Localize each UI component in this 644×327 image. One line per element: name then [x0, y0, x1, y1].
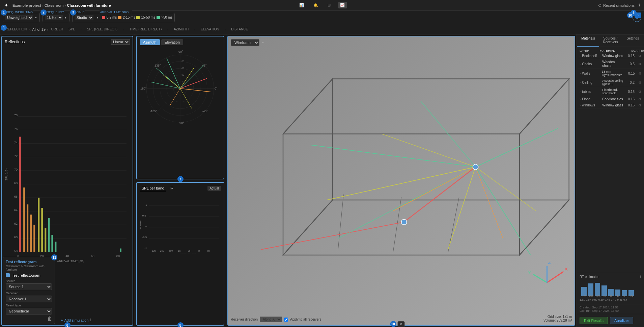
svg-text:ARRIVAL TIME [ms]: ARRIVAL TIME [ms]: [57, 259, 84, 263]
ir-tab[interactable]: IR: [168, 185, 175, 191]
badge-3: 3: [70, 9, 76, 16]
mat-layer-tables: tables: [582, 90, 602, 94]
mat-material-floor: Corkfloor tiles: [602, 97, 624, 101]
azimuth-tab[interactable]: Azimuth: [140, 39, 160, 45]
svg-text:8k: 8k: [623, 295, 625, 297]
svg-text:0.5: 0.5: [142, 214, 146, 217]
mat-row-tables[interactable]: › tables Fiberboard, solid back... 0.15 …: [578, 87, 643, 96]
scale-select[interactable]: Studio: [75, 15, 93, 20]
time-50-plus-dot: [157, 16, 160, 19]
badge-10-bottom: 10: [390, 321, 396, 327]
mat-scatter-windows: ⚙: [635, 103, 641, 107]
info-icon[interactable]: ℹ: [640, 275, 641, 279]
badge-4: 4: [1, 25, 7, 31]
badge-8: 8: [177, 322, 184, 327]
polar-panel: Azimuth Elevation 90° 45° 0°: [136, 36, 224, 179]
mat-layer-walls: Walls: [582, 72, 601, 75]
sim-panel-subtitle: Classroom > Classroom with furniture: [6, 265, 52, 271]
mat-material-walls: 13 mm Gypsum/Plaste...: [602, 70, 625, 77]
svg-line-102: [311, 145, 476, 167]
delete-simulation-button[interactable]: 🗑: [47, 316, 52, 321]
mat-scatter-chairs: ⚙: [635, 62, 641, 66]
apply-all-receivers-check[interactable]: [284, 318, 288, 322]
nav-prev-button[interactable]: ‹: [29, 27, 31, 32]
distance-col-header: DISTANCE: [228, 27, 251, 31]
rt-values-row: 1.510.870.800.590.450.420.410.4: [580, 298, 641, 301]
svg-line-116: [533, 274, 547, 282]
time-50-plus-label: >50 ms: [161, 16, 172, 19]
center-panels: Azimuth Elevation 90° 45° 0°: [135, 34, 226, 327]
freq-weighting-select[interactable]: Unweighted: [5, 15, 33, 20]
svg-rect-38: [48, 218, 50, 252]
add-simulation-button[interactable]: + Add simulation ℹ: [61, 318, 91, 322]
badge-7: 7: [177, 176, 184, 182]
spl-chart: -1 -0.5 0 0.5 1 SPL [dB] 125 250 500 1k …: [140, 193, 221, 253]
spl-per-band-tab[interactable]: SPL per band: [140, 185, 166, 191]
sources-receivers-tab[interactable]: Sources / Receivers: [599, 34, 621, 47]
svg-text:1k: 1k: [178, 250, 181, 252]
svg-text:70: 70: [14, 168, 18, 171]
spl-actual-btn[interactable]: Actual: [207, 186, 221, 191]
svg-point-114: [473, 164, 478, 170]
svg-rect-122: [588, 283, 593, 296]
right-panel: Materials Sources / Receivers Settings L…: [577, 34, 644, 327]
mat-row-chairs[interactable]: › Chairs Wooden chairs 0.5 ⚙: [578, 59, 643, 69]
recent-simulations-btn[interactable]: ⏱ Recent simulations: [598, 3, 635, 7]
receiver-select[interactable]: Receiver 1: [6, 296, 52, 302]
badge-6: 6: [64, 322, 71, 327]
auralizer-button[interactable]: Auralizer: [610, 317, 633, 324]
collapse-button[interactable]: ∨: [397, 321, 404, 327]
result-type-select[interactable]: Geometrical: [6, 308, 52, 315]
mat-row-floor[interactable]: › Floor Corkfloor tiles 0.15 ⚙: [578, 96, 643, 102]
order-col-header: ORDER: [48, 27, 66, 31]
info-icon[interactable]: ℹ: [639, 3, 640, 7]
elevation-col-header: ELEVATION: [198, 27, 222, 31]
mat-material-ceiling: Acoustic ceiling (glass...: [602, 79, 624, 86]
svg-text:-90°: -90°: [178, 121, 184, 125]
line-chart-icon[interactable]: 📈: [338, 2, 347, 8]
view-mode-selector[interactable]: Wireframe Solid Rendered: [231, 39, 259, 46]
svg-marker-93: [283, 200, 569, 255]
grid-view-icon[interactable]: ⊞: [326, 2, 333, 8]
clock-icon: ⏱: [598, 3, 602, 7]
mat-row-walls[interactable]: › Walls 13 mm Gypsum/Plaste... 0.15 ⚙: [578, 69, 643, 78]
svg-point-113: [401, 219, 407, 225]
svg-rect-31: [23, 187, 25, 252]
svg-text:74: 74: [14, 141, 18, 144]
badge-1: 1: [1, 9, 7, 16]
svg-text:16k: 16k: [629, 295, 634, 297]
frequency-select[interactable]: 1k Hz: [45, 15, 63, 20]
svg-text:8k: 8k: [207, 250, 210, 252]
freq-weighting-label: FREQ. WEIGHTING: [4, 10, 33, 14]
receiver-direction-select[interactable]: Along X: [260, 317, 282, 322]
settings-tab[interactable]: Settings: [622, 34, 644, 47]
svg-text:62: 62: [14, 222, 18, 225]
bell-icon[interactable]: 🔔: [311, 2, 320, 8]
close-panel-button[interactable]: ✕: [406, 322, 413, 327]
mat-row-windows[interactable]: › windows Window glass 0.15 ⚙: [578, 102, 643, 108]
time-0-2-dot: [102, 16, 105, 19]
bar-chart-icon[interactable]: 📊: [297, 2, 306, 8]
svg-marker-94: [283, 79, 333, 255]
svg-text:78: 78: [14, 114, 18, 117]
svg-text:60: 60: [91, 254, 94, 258]
svg-text:X: X: [565, 267, 568, 272]
svg-rect-30: [19, 137, 21, 252]
svg-line-98: [393, 197, 401, 252]
materials-tab[interactable]: Materials: [577, 34, 599, 47]
elevation-tab[interactable]: Elevation: [161, 39, 183, 45]
source-select[interactable]: Source 1: [6, 283, 52, 290]
expand-button[interactable]: ›: [635, 12, 641, 18]
exit-results-button[interactable]: Exit Results: [580, 317, 608, 324]
svg-text:60: 60: [14, 235, 18, 239]
scale-select[interactable]: Linear Log: [111, 39, 130, 45]
svg-text:66: 66: [14, 195, 18, 198]
3d-wireframe-svg: X Y Z: [228, 36, 575, 325]
view-mode-icons: 📊 🔔 ⊞ 📈: [297, 2, 347, 8]
materials-list: LAYER MATERIAL SCATTER › Bookshelf Windo…: [577, 47, 644, 272]
rt-estimates-header: RT estimates ℹ: [580, 275, 641, 279]
svg-line-109: [476, 167, 536, 211]
mat-row-bookshelf[interactable]: › Bookshelf Window glass 0.15 ⚙: [578, 53, 643, 59]
mat-row-ceiling[interactable]: › Ceiling Acoustic ceiling (glass... 0.2…: [578, 78, 643, 87]
time-legend: 0-2 ms 2-15 ms 15-50 ms >50 ms: [102, 16, 172, 19]
